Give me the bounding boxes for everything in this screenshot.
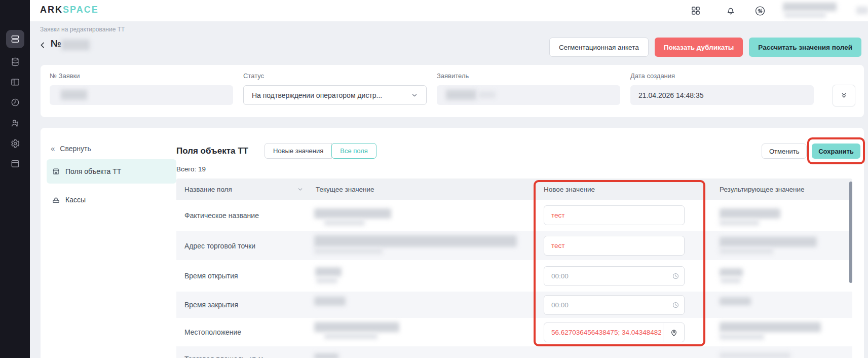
- table-scrollbar[interactable]: [849, 182, 852, 283]
- created-label: Дата создания: [630, 72, 675, 80]
- current-value-redacted: [315, 267, 342, 276]
- current-value-redacted: [314, 297, 346, 306]
- save-button[interactable]: Сохранить: [812, 144, 860, 159]
- result-value-redacted: [720, 237, 817, 247]
- col-field-name[interactable]: Название поля: [184, 178, 232, 200]
- new-value-input-wrap: [544, 295, 685, 315]
- fields-table: Название поля Текущее значение Новое зна…: [176, 178, 852, 358]
- field-name: Торговая площадь, кв.м.: [184, 346, 265, 358]
- status-label: Статус: [243, 72, 264, 80]
- top-bar: ARKSPACE: [30, 0, 868, 21]
- applicant-label: Заявитель: [437, 72, 469, 80]
- transfer-icon[interactable]: [754, 5, 766, 16]
- table-header: Название поля Текущее значение Новое зна…: [176, 178, 852, 200]
- panel-item-fields[interactable]: Поля объекта ТТ: [47, 159, 176, 184]
- collapse-label: Свернуть: [60, 145, 91, 153]
- app-root: ARKSPACE: [0, 0, 868, 358]
- current-value-redacted: [314, 235, 517, 247]
- result-value-redacted: [720, 248, 773, 254]
- result-value-redacted: [720, 297, 751, 305]
- opening-time-input[interactable]: [544, 267, 667, 285]
- new-value-input-wrap: [544, 266, 685, 286]
- new-value-input[interactable]: [544, 236, 684, 255]
- table-row: Адрес торговой точки: [176, 231, 852, 260]
- status-value: На подтверждении оператором дистр...: [252, 91, 382, 99]
- table-row: Время открытия: [176, 260, 852, 292]
- nav-sidebar: [0, 0, 30, 358]
- result-value-redacted: [720, 352, 790, 358]
- database-icon[interactable]: [6, 53, 24, 71]
- history-clock-icon[interactable]: [6, 93, 24, 112]
- applicant-field: [437, 85, 620, 105]
- users-icon[interactable]: [6, 114, 24, 132]
- current-value-redacted: [324, 220, 365, 226]
- current-value-redacted: [314, 248, 383, 254]
- sort-chevron-icon[interactable]: [297, 186, 304, 193]
- tab-new-values[interactable]: Новые значения: [265, 143, 332, 159]
- section-title: Поля объекта ТТ: [176, 146, 248, 156]
- col-result-value: Результирующее значение: [720, 178, 805, 200]
- archive-box-icon[interactable]: [6, 155, 24, 173]
- sidebar-item-requests[interactable]: [6, 30, 24, 48]
- page-actions: Сегментационная анкета Показать дубликат…: [549, 38, 861, 57]
- map-pin-icon[interactable]: [663, 323, 684, 342]
- result-value-redacted: [720, 268, 743, 276]
- tab-all-fields[interactable]: Все поля: [331, 143, 376, 159]
- result-value-redacted: [720, 322, 821, 332]
- clock-icon: [667, 296, 684, 314]
- cancel-button[interactable]: Отменить: [762, 144, 807, 159]
- logo-space: SPACE: [63, 5, 99, 15]
- col-current-value: Текущее значение: [316, 178, 374, 200]
- request-number-redacted: [61, 40, 90, 50]
- chevron-down-icon: [411, 92, 418, 99]
- avatar-redacted[interactable]: [856, 7, 868, 14]
- current-value-redacted: [314, 208, 391, 219]
- location-input[interactable]: [544, 323, 663, 342]
- table-row: Фактическое название: [176, 200, 852, 231]
- double-chevron-down-icon: [840, 92, 848, 99]
- current-value-redacted: [314, 322, 399, 332]
- panel-item-label: Кассы: [65, 196, 86, 204]
- collapse-panel-button[interactable]: «Свернуть: [51, 144, 91, 153]
- result-value-redacted: [720, 208, 780, 219]
- col-new-value: Новое значение: [544, 178, 595, 200]
- logo[interactable]: ARKSPACE: [40, 5, 99, 15]
- storefront-icon: [52, 167, 60, 176]
- back-chevron-icon[interactable]: [39, 39, 50, 51]
- bell-icon[interactable]: [725, 5, 736, 16]
- table-row: Торговая площадь, кв.м.: [176, 346, 852, 358]
- logo-ark: ARK: [40, 5, 63, 15]
- applicant-value-redacted: [446, 90, 476, 100]
- request-no-field: [50, 85, 233, 105]
- new-value-input-wrap: [544, 236, 685, 256]
- table-row: Местоположение: [176, 318, 852, 346]
- created-value: 21.04.2026 14:48:35: [638, 91, 703, 99]
- expand-details-button[interactable]: [833, 85, 855, 106]
- settings-gear-icon[interactable]: [6, 134, 24, 153]
- apps-grid-icon[interactable]: [690, 5, 701, 16]
- field-name: Местоположение: [184, 318, 241, 346]
- status-select[interactable]: На подтверждении оператором дистр...: [243, 85, 427, 105]
- show-duplicates-button[interactable]: Показать дубликаты: [655, 38, 743, 57]
- new-value-input-wrap: [544, 323, 685, 342]
- calculate-fields-button[interactable]: Рассчитать значения полей: [749, 38, 861, 57]
- current-value-redacted: [324, 333, 378, 339]
- result-value-redacted: [721, 277, 741, 283]
- new-value-input-wrap: [544, 205, 685, 225]
- clock-icon: [667, 267, 684, 285]
- fields-card: «Свернуть Поля объекта ТТ Кассы Поля объ…: [41, 128, 864, 358]
- panel-item-label: Поля объекта ТТ: [65, 167, 121, 175]
- applicant-value2-redacted: [478, 91, 496, 98]
- request-no-value-redacted: [61, 90, 87, 100]
- new-value-input[interactable]: [544, 206, 684, 225]
- closing-time-input[interactable]: [544, 296, 667, 314]
- table-row: Время закрытия: [176, 292, 852, 318]
- current-value-redacted: [314, 353, 338, 358]
- panel-item-cash-registers[interactable]: Кассы: [47, 188, 176, 212]
- page-title: №: [51, 38, 61, 49]
- field-name: Адрес торговой точки: [184, 231, 255, 260]
- user-name-redacted: [783, 3, 837, 11]
- result-value-redacted: [720, 220, 759, 226]
- segmentation-form-button[interactable]: Сегментационная анкета: [549, 38, 649, 57]
- layout-panel-icon[interactable]: [6, 73, 24, 91]
